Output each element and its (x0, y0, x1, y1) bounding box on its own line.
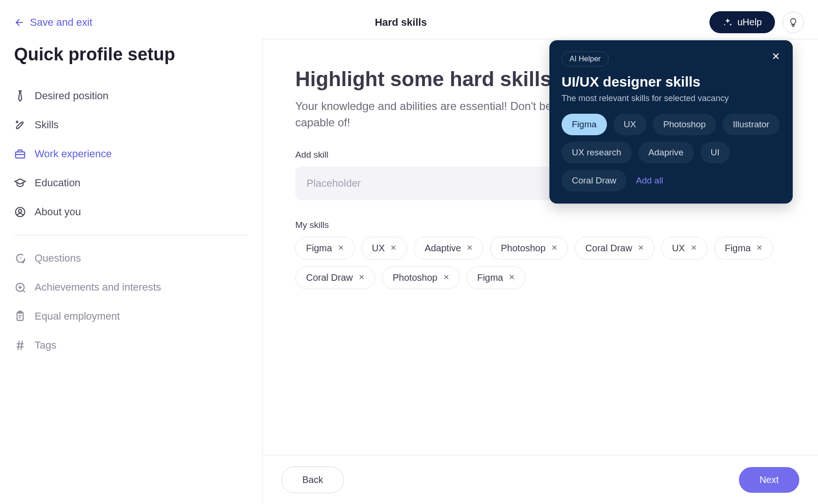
sidebar-item-equal-employment[interactable]: Equal employment (14, 302, 248, 331)
suggestion-chip[interactable]: UI (701, 142, 730, 163)
chat-question-icon: ? (14, 252, 26, 264)
add-all-button[interactable]: Add all (633, 170, 666, 191)
suggestion-chip[interactable]: Photoshop (653, 114, 716, 135)
sidebar-item-label: Tags (35, 339, 56, 351)
ai-helper-badge: AI Helper (562, 51, 609, 66)
popover-close-button[interactable] (771, 51, 781, 63)
remove-skill-button[interactable]: ✕ (467, 244, 473, 252)
sidebar-item-label: Work experience (35, 148, 112, 160)
save-and-exit-label: Save and exit (30, 16, 92, 29)
suggestion-chip[interactable]: UX research (562, 142, 632, 163)
remove-skill-button[interactable]: ✕ (443, 274, 449, 281)
sparkles-icon (723, 17, 733, 28)
sidebar-item-work-experience[interactable]: Work experience (14, 139, 248, 168)
remove-skill-button[interactable]: ✕ (390, 244, 396, 252)
sidebar-title: Quick profile setup (14, 44, 248, 65)
sidebar-item-label: Education (35, 177, 80, 189)
sidebar-item-label: About you (35, 206, 81, 218)
theme-toggle-button[interactable] (782, 12, 804, 33)
suggestion-chip[interactable]: Adaprive (638, 142, 694, 163)
back-button[interactable]: Back (281, 467, 344, 493)
remove-skill-button[interactable]: ✕ (691, 244, 697, 252)
badge-plus-icon (14, 281, 26, 293)
suggestion-chip[interactable]: Coral Draw (562, 170, 627, 191)
footer: Back Next (263, 455, 818, 504)
skill-chip: Figma✕ (467, 266, 526, 289)
skill-chip-label: Photoshop (501, 243, 546, 254)
sidebar-item-questions[interactable]: ? Questions (14, 244, 248, 273)
suggestion-chips: FigmaUXPhotoshopIllustratorUX researchAd… (562, 114, 781, 191)
sidebar-item-label: Questions (35, 252, 81, 264)
sidebar-item-tags[interactable]: Tags (14, 331, 248, 360)
skill-chip: Photoshop✕ (382, 266, 460, 289)
skill-chip: UX✕ (361, 237, 408, 260)
page-title: Hard skills (100, 16, 701, 29)
save-and-exit-link[interactable]: Save and exit (14, 16, 92, 29)
suggestion-chip[interactable]: Figma (562, 114, 607, 135)
suggestion-chip[interactable]: UX (614, 114, 646, 135)
lightbulb-icon (788, 17, 798, 28)
sidebar-item-desired-position[interactable]: Desired position (14, 81, 248, 110)
header: Save and exit Hard skills uHelp (0, 0, 818, 39)
sidebar-item-about-you[interactable]: About you (14, 197, 248, 226)
skill-chip: Photoshop✕ (490, 237, 568, 260)
skill-chip: Coral Draw✕ (295, 266, 375, 289)
remove-skill-button[interactable]: ✕ (756, 244, 762, 252)
popover-title: UI/UX designer skills (562, 74, 781, 90)
sidebar-item-skills[interactable]: Skills (14, 110, 248, 139)
skill-chip: UX✕ (661, 237, 708, 260)
graduation-cap-icon (14, 177, 26, 189)
tools-icon (14, 119, 26, 131)
skill-chip-label: Coral Draw (585, 243, 632, 254)
svg-text:?: ? (19, 256, 22, 261)
my-skills-chips: Figma✕UX✕Adaptive✕Photoshop✕Coral Draw✕U… (295, 237, 785, 289)
skill-chip-label: Figma (306, 243, 332, 254)
skill-chip: Figma✕ (714, 237, 774, 260)
remove-skill-button[interactable]: ✕ (509, 274, 515, 281)
sidebar-item-education[interactable]: Education (14, 168, 248, 197)
skill-chip-label: Coral Draw (306, 272, 353, 283)
skill-chip-label: Figma (477, 272, 504, 283)
remove-skill-button[interactable]: ✕ (338, 244, 344, 252)
skill-chip-label: Figma (725, 243, 751, 254)
uhelp-label: uHelp (738, 17, 762, 28)
skill-chip-label: UX (372, 243, 385, 254)
close-icon (771, 51, 781, 61)
sidebar-item-achievements[interactable]: Achievements and interests (14, 273, 248, 302)
skill-chip-label: UX (672, 243, 685, 254)
sidebar-divider (14, 235, 248, 235)
arrow-left-icon (14, 17, 24, 28)
sidebar-item-label: Desired position (35, 90, 109, 102)
user-circle-icon (14, 206, 26, 218)
skill-chip-label: Photoshop (393, 272, 438, 283)
skill-chip: Coral Draw✕ (575, 237, 655, 260)
remove-skill-button[interactable]: ✕ (358, 274, 365, 281)
skill-chip: Figma✕ (295, 237, 355, 260)
sidebar-item-label: Achievements and interests (35, 281, 161, 293)
clipboard-icon (14, 310, 26, 322)
ai-helper-popover: AI Helper UI/UX designer skills The most… (549, 40, 793, 204)
tie-icon (14, 90, 26, 102)
remove-skill-button[interactable]: ✕ (551, 244, 557, 252)
remove-skill-button[interactable]: ✕ (638, 244, 644, 252)
svg-point-3 (19, 210, 22, 213)
skill-chip-label: Adaptive (424, 243, 461, 254)
sidebar-item-label: Skills (35, 119, 58, 131)
suggestion-chip[interactable]: Illustrator (723, 114, 780, 135)
briefcase-icon (14, 148, 26, 160)
sidebar: Quick profile setup Desired position Ski… (0, 39, 262, 504)
popover-subtitle: The most relevant skills for selected va… (562, 94, 781, 103)
hash-icon (14, 339, 26, 351)
next-button[interactable]: Next (739, 467, 799, 493)
my-skills-label: My skills (295, 220, 785, 230)
uhelp-button[interactable]: uHelp (709, 11, 775, 33)
skill-chip: Adaptive✕ (414, 237, 483, 260)
sidebar-item-label: Equal employment (35, 310, 120, 322)
